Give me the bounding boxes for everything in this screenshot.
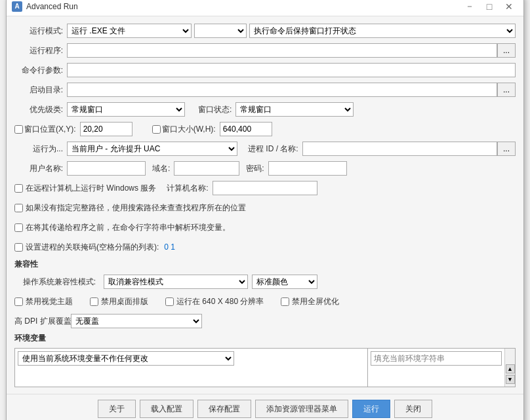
load-config-button[interactable]: 载入配置 xyxy=(140,400,194,418)
window-size-input[interactable] xyxy=(220,122,272,136)
priority-select[interactable]: 常规窗口 xyxy=(67,102,185,117)
assoc-codes-row: 设置进程的关联掩码(空格分隔的列表): 0 1 xyxy=(14,239,516,255)
win-service-checkbox[interactable] xyxy=(14,184,23,193)
titlebar: A Advanced Run － □ ✕ xyxy=(7,0,523,16)
scroll-down-button[interactable]: ▼ xyxy=(506,375,515,384)
env-scrollbar[interactable]: ▲ ▼ xyxy=(504,349,515,387)
start-dir-label: 启动目录: xyxy=(14,85,67,96)
assoc-value: 0 1 xyxy=(164,242,175,252)
cmd-args-input[interactable] xyxy=(67,63,516,77)
window-state-select[interactable]: 常规窗口 xyxy=(235,102,354,117)
start-dir-row: 启动目录: ... xyxy=(14,82,516,98)
high-dpi-label: 高 DPI 扩展覆盖: xyxy=(14,316,67,327)
run-program-row: 运行程序: ... xyxy=(14,43,516,58)
run-mode-label: 运行模式: xyxy=(14,26,67,37)
disable-desktop-label[interactable]: 禁用桌面排版 xyxy=(90,296,148,307)
run-640-checkbox[interactable] xyxy=(165,297,174,306)
disable-desktop-checkbox[interactable] xyxy=(90,297,98,306)
disable-themes-checkbox[interactable] xyxy=(14,297,23,306)
machine-name-label: 计算机名称: xyxy=(167,183,208,194)
env-vars-area: 使用当前系统环境变量不作任何更改 ▲ ▼ xyxy=(14,348,516,387)
compat-color-select[interactable]: 标准颜色 xyxy=(252,275,317,289)
close-button[interactable]: 关闭 xyxy=(394,400,432,418)
app-icon: A xyxy=(12,1,22,12)
run-program-label: 运行程序: xyxy=(14,45,67,56)
domain-label: 域名: xyxy=(152,163,170,174)
run-mode-after-select[interactable]: 执行命令后保持窗口打开状态 xyxy=(249,24,516,38)
compat-mode-select[interactable]: 取消兼容性模式 xyxy=(104,275,248,289)
window-pos-label: 窗口位置(X,Y): xyxy=(24,124,76,135)
expand-env-row: 在将其传递给程序之前，在命令行字符串中解析环境变量。 xyxy=(14,220,516,235)
maximize-button[interactable]: □ xyxy=(480,0,499,14)
main-window: A Advanced Run － □ ✕ 运行模式: 运行 .EXE 文件 执行… xyxy=(6,0,524,420)
search-path-row: 如果没有指定完整路径，使用搜索路径来查查找程序所在的位置 xyxy=(14,200,516,216)
run-as-label: 运行为... xyxy=(14,143,67,155)
window-pos-row: 窗口位置(X,Y): 窗口大小(W,H): xyxy=(14,121,516,137)
win-service-text: 在远程计算机上运行时 Windows 服务 xyxy=(26,183,156,194)
username-label: 用户名称: xyxy=(14,163,67,174)
compatibility-title: 兼容性 xyxy=(14,259,38,269)
search-path-text: 如果没有指定完整路径，使用搜索路径来查查找程序所在的位置 xyxy=(26,202,246,214)
search-path-checkbox[interactable] xyxy=(14,204,23,212)
username-input[interactable] xyxy=(67,161,146,176)
env-vars-select[interactable]: 使用当前系统环境变量不作任何更改 xyxy=(18,351,234,366)
user-info-row: 用户名称: 域名: 密码: xyxy=(14,161,516,176)
save-config-button[interactable]: 保存配置 xyxy=(197,400,251,418)
high-dpi-row: 高 DPI 扩展覆盖: 无覆盖 xyxy=(14,313,516,329)
form-content: 运行模式: 运行 .EXE 文件 执行命令后保持窗口打开状态 运行程序: ...… xyxy=(7,16,523,394)
search-path-check-label[interactable]: 如果没有指定完整路径，使用搜索路径来查查找程序所在的位置 xyxy=(14,202,246,214)
service-row: 在远程计算机上运行时 Windows 服务 计算机名称: xyxy=(14,180,516,196)
window-state-label: 窗口状态: xyxy=(198,104,232,115)
disable-fullscreen-checkbox[interactable] xyxy=(281,297,289,306)
cmd-args-label: 命令行参数: xyxy=(14,65,67,76)
run-mode-select[interactable]: 运行 .EXE 文件 xyxy=(67,24,192,38)
env-vars-title: 环境变量 xyxy=(14,334,46,343)
run-640-label[interactable]: 运行在 640 X 480 分辨率 xyxy=(165,296,264,307)
compat-checks-row: 禁用视觉主题 禁用桌面排版 运行在 640 X 480 分辨率 禁用全屏优化 xyxy=(14,294,516,309)
disable-themes-label[interactable]: 禁用视觉主题 xyxy=(14,296,73,307)
domain-input[interactable] xyxy=(174,161,239,176)
run-mode-extra-select[interactable] xyxy=(194,24,247,38)
run-mode-row: 运行模式: 运行 .EXE 文件 执行命令后保持窗口打开状态 xyxy=(14,23,516,39)
scroll-up-button[interactable]: ▲ xyxy=(506,364,515,373)
titlebar-buttons: － □ ✕ xyxy=(460,0,518,14)
expand-env-checkbox[interactable] xyxy=(14,223,23,232)
process-id-label: 进程 ID / 名称: xyxy=(248,143,298,155)
expand-env-text: 在将其传递给程序之前，在命令行字符串中解析环境变量。 xyxy=(26,222,230,233)
add-context-button[interactable]: 添加资源管理器菜单 xyxy=(255,400,348,418)
expand-env-check-label[interactable]: 在将其传递给程序之前，在命令行字符串中解析环境变量。 xyxy=(14,222,230,233)
assoc-codes-text: 设置进程的关联掩码(空格分隔的列表): xyxy=(26,242,159,253)
process-id-browse-button[interactable]: ... xyxy=(497,142,516,156)
run-button[interactable]: 运行 xyxy=(352,400,390,418)
env-vars-section-title: 环境变量 xyxy=(14,333,516,344)
password-label: 密码: xyxy=(246,163,264,174)
env-vars-content: 使用当前系统环境变量不作任何更改 xyxy=(15,349,367,387)
window-title: Advanced Run xyxy=(26,2,460,11)
password-input[interactable] xyxy=(268,161,347,176)
run-program-browse-button[interactable]: ... xyxy=(497,43,516,58)
priority-label: 优先级类: xyxy=(14,104,67,115)
about-button[interactable]: 关于 xyxy=(98,400,136,418)
process-id-input[interactable] xyxy=(302,142,497,156)
run-as-select[interactable]: 当前用户 - 允许提升 UAC xyxy=(67,142,237,156)
high-dpi-select[interactable]: 无覆盖 xyxy=(71,314,202,328)
win-service-check-label[interactable]: 在远程计算机上运行时 Windows 服务 xyxy=(14,183,156,194)
minimize-button[interactable]: － xyxy=(460,0,479,14)
start-dir-browse-button[interactable]: ... xyxy=(497,83,516,97)
disable-fullscreen-label[interactable]: 禁用全屏优化 xyxy=(281,296,339,307)
assoc-codes-check-label[interactable]: 设置进程的关联掩码(空格分隔的列表): xyxy=(14,242,159,253)
start-dir-input[interactable] xyxy=(67,83,497,97)
cmd-args-row: 命令行参数: xyxy=(14,62,516,78)
compatibility-section: 兼容性 xyxy=(14,259,516,270)
os-compat-label: 操作系统兼容性模式: xyxy=(14,277,100,288)
env-fill-input[interactable] xyxy=(371,351,502,366)
close-titlebar-button[interactable]: ✕ xyxy=(500,0,518,14)
window-pos-checkbox[interactable] xyxy=(14,125,23,134)
window-size-checkbox[interactable] xyxy=(152,125,161,134)
window-pos-input[interactable] xyxy=(80,122,132,136)
assoc-codes-checkbox[interactable] xyxy=(14,243,23,252)
run-as-row: 运行为... 当前用户 - 允许提升 UAC 进程 ID / 名称: ... xyxy=(14,141,516,157)
bottom-buttons-bar: 关于 载入配置 保存配置 添加资源管理器菜单 运行 关闭 xyxy=(7,394,523,420)
run-program-input[interactable] xyxy=(67,43,497,58)
machine-name-input[interactable] xyxy=(213,181,317,195)
